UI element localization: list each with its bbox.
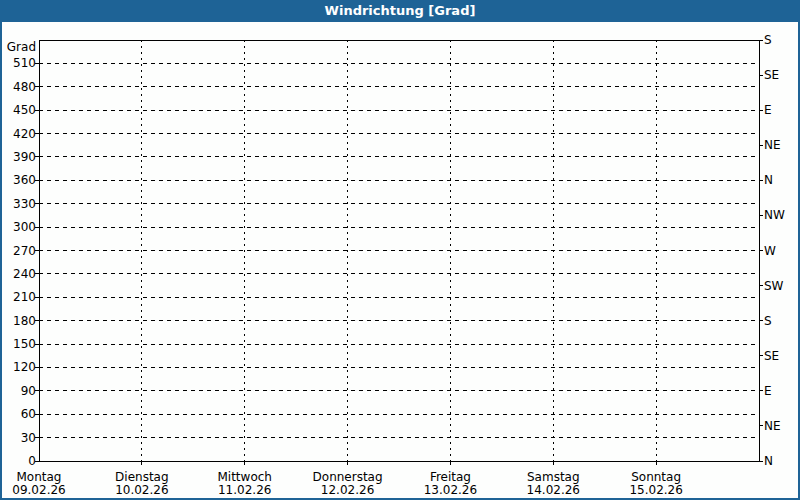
y-tick-label: 390 xyxy=(13,150,36,164)
y-tick-label: 330 xyxy=(13,197,36,211)
date-label: 10.02.26 xyxy=(115,483,168,497)
date-label: 12.02.26 xyxy=(321,483,374,497)
compass-tick-label: S xyxy=(764,33,772,47)
compass-tick-label: SE xyxy=(764,68,779,82)
app-window: Windrichtung [Grad] 03060901201501802102… xyxy=(0,0,800,500)
y-tick-label: 300 xyxy=(13,220,36,234)
day-label: Mittwoch xyxy=(217,470,271,484)
y-tick-label: 120 xyxy=(13,360,36,374)
window-title: Windrichtung [Grad] xyxy=(325,0,476,22)
compass-tick-label: W xyxy=(764,244,776,258)
compass-tick-label: N xyxy=(764,454,773,468)
compass-tick-label: E xyxy=(764,384,772,398)
y-tick-label: 360 xyxy=(13,173,36,187)
y-tick-label: 270 xyxy=(13,244,36,258)
compass-tick-label: N xyxy=(764,173,773,187)
y-tick-label: 240 xyxy=(13,267,36,281)
date-label: 14.02.26 xyxy=(527,483,580,497)
date-label: 09.02.26 xyxy=(12,483,65,497)
y-tick-label: 180 xyxy=(13,314,36,328)
compass-tick-label: S xyxy=(764,314,772,328)
compass-tick-label: SE xyxy=(764,349,779,363)
day-label: Montag xyxy=(17,470,62,484)
y-tick-label: 60 xyxy=(21,407,36,421)
y-tick-label: 510 xyxy=(13,56,36,70)
y-tick-label: 450 xyxy=(13,103,36,117)
compass-tick-label: NE xyxy=(764,138,781,152)
y-tick-label: 420 xyxy=(13,127,36,141)
title-bar: Windrichtung [Grad] xyxy=(2,0,798,22)
y-tick-label: 0 xyxy=(28,454,36,468)
day-label: Samstag xyxy=(527,470,580,484)
y-tick-label: 30 xyxy=(21,431,36,445)
compass-tick-label: SW xyxy=(764,279,784,293)
day-label: Dienstag xyxy=(115,470,169,484)
compass-tick-label: E xyxy=(764,103,772,117)
wind-direction-chart: 0306090120150180210240270300330360390420… xyxy=(2,22,798,498)
y-tick-label: 480 xyxy=(13,80,36,94)
date-label: 13.02.26 xyxy=(424,483,477,497)
date-label: 11.02.26 xyxy=(218,483,271,497)
y-tick-label: 90 xyxy=(21,384,36,398)
compass-tick-label: NW xyxy=(764,208,785,222)
date-label: 15.02.26 xyxy=(629,483,682,497)
day-label: Donnerstag xyxy=(313,470,383,484)
compass-tick-label: NE xyxy=(764,419,781,433)
day-label: Freitag xyxy=(430,470,471,484)
y-axis-unit-label: Grad xyxy=(7,40,36,54)
y-tick-label: 150 xyxy=(13,337,36,351)
day-label: Sonntag xyxy=(631,470,681,484)
y-tick-label: 210 xyxy=(13,290,36,304)
